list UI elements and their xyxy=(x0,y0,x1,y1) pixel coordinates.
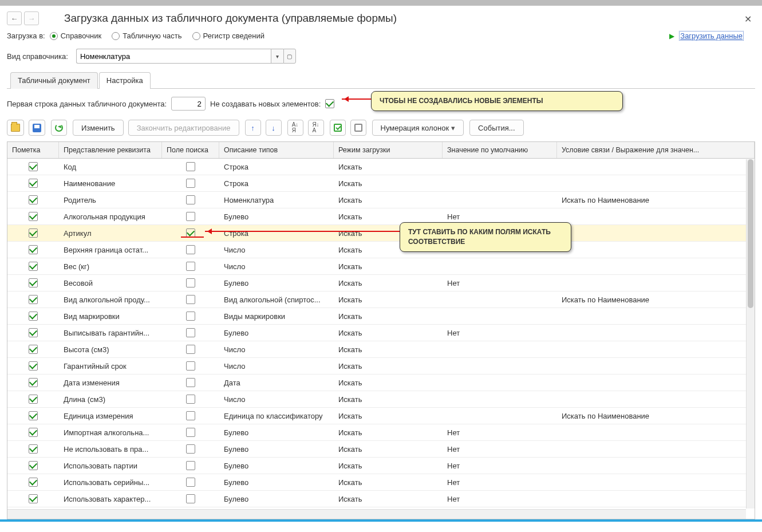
cell-mark[interactable] xyxy=(7,262,59,271)
cell-type[interactable]: Булево xyxy=(219,495,334,503)
checkbox-icon[interactable] xyxy=(186,262,195,271)
cell-mode[interactable]: Искать xyxy=(334,412,443,420)
table-row[interactable]: Использовать характер...БулевоИскатьНет xyxy=(7,491,755,507)
cell-name[interactable]: Вид алкогольной проду... xyxy=(59,295,162,304)
cell-mark[interactable] xyxy=(7,212,59,221)
cell-search[interactable] xyxy=(162,494,219,503)
cell-type[interactable]: Булево xyxy=(219,279,334,287)
cell-mode[interactable]: Искать xyxy=(334,312,443,321)
checkbox-icon[interactable] xyxy=(29,312,38,321)
cell-search[interactable] xyxy=(162,195,219,204)
cell-search[interactable] xyxy=(162,278,219,287)
checkbox-icon[interactable] xyxy=(29,378,38,387)
tab-document[interactable]: Табличный документ xyxy=(10,72,98,89)
th-name[interactable]: Представление реквизита xyxy=(59,142,162,158)
checkbox-icon[interactable] xyxy=(29,411,38,420)
table-row[interactable]: Использовать партииБулевоИскатьНет xyxy=(7,458,755,474)
cell-search[interactable] xyxy=(162,428,219,437)
cell-mode[interactable]: Искать xyxy=(334,462,443,470)
table-row[interactable]: Высота (см3)ЧислоИскать xyxy=(7,341,755,358)
checkbox-icon[interactable] xyxy=(29,262,38,271)
cell-name[interactable]: Длина (см3) xyxy=(59,395,162,404)
cell-name[interactable]: Код xyxy=(59,163,162,171)
cell-type[interactable]: Булево xyxy=(219,212,334,221)
radio-register[interactable]: Регистр сведений xyxy=(192,31,264,40)
table-row[interactable]: Гарантийный срокЧислоИскать xyxy=(7,358,755,375)
uncheck-all-button[interactable] xyxy=(350,120,366,136)
checkbox-icon[interactable] xyxy=(29,212,38,221)
scrollbar-thumb[interactable] xyxy=(748,159,753,308)
checkbox-icon[interactable] xyxy=(186,295,195,304)
table-row[interactable]: Единица измеренияЕдиница по классификато… xyxy=(7,408,755,424)
checkbox-icon[interactable] xyxy=(186,328,195,337)
radio-tabular[interactable]: Табличную часть xyxy=(112,31,181,40)
cell-name[interactable]: Импортная алкогольна... xyxy=(59,428,162,437)
cell-name[interactable]: Гарантийный срок xyxy=(59,362,162,371)
events-button[interactable]: События... xyxy=(469,120,524,136)
cell-mark[interactable] xyxy=(7,478,59,487)
cell-name[interactable]: Алкогольная продукция xyxy=(59,212,162,221)
checkbox-icon[interactable] xyxy=(29,295,38,304)
checkbox-icon[interactable] xyxy=(29,461,38,470)
cell-search[interactable] xyxy=(162,245,219,254)
checkbox-icon[interactable] xyxy=(186,212,195,221)
close-icon[interactable]: ✕ xyxy=(744,14,752,25)
checkbox-icon[interactable] xyxy=(186,312,195,321)
cell-search[interactable] xyxy=(162,295,219,304)
cell-type[interactable]: Булево xyxy=(219,329,334,337)
forward-button[interactable]: → xyxy=(24,11,39,25)
cell-mark[interactable] xyxy=(7,378,59,387)
cell-type[interactable]: Виды маркировки xyxy=(219,312,334,321)
checkbox-icon[interactable] xyxy=(186,345,195,354)
cell-name[interactable]: Весовой xyxy=(59,279,162,287)
cell-search[interactable] xyxy=(162,411,219,420)
cell-name[interactable]: Единица измерения xyxy=(59,412,162,420)
cell-name[interactable]: Высота (см3) xyxy=(59,345,162,354)
checkbox-icon[interactable] xyxy=(186,395,195,404)
cell-name[interactable]: Вид маркировки xyxy=(59,312,162,321)
cell-type[interactable]: Булево xyxy=(219,478,334,487)
cell-type[interactable]: Число xyxy=(219,362,334,371)
cell-default[interactable]: Нет xyxy=(443,428,557,437)
cell-mark[interactable] xyxy=(7,295,59,304)
checkbox-icon[interactable] xyxy=(186,444,195,454)
cell-mark[interactable] xyxy=(7,328,59,337)
checkbox-icon[interactable] xyxy=(186,428,195,437)
cell-name[interactable]: Использовать характер... xyxy=(59,495,162,503)
cell-mark[interactable] xyxy=(7,162,59,171)
cell-default[interactable]: Нет xyxy=(443,212,557,221)
checkbox-icon[interactable] xyxy=(29,361,38,371)
first-row-input[interactable] xyxy=(171,97,206,111)
checkbox-icon[interactable] xyxy=(29,162,38,171)
cell-default[interactable]: Нет xyxy=(443,478,557,487)
th-cond[interactable]: Условие связи / Выражение для значен... xyxy=(557,142,755,158)
cell-search[interactable] xyxy=(162,478,219,487)
load-data-action[interactable]: ▶ Загрузить данные xyxy=(669,31,744,41)
checkbox-icon[interactable] xyxy=(186,179,195,188)
cell-mark[interactable] xyxy=(7,428,59,437)
scrollbar-vertical[interactable] xyxy=(746,159,755,509)
cell-type[interactable]: Дата xyxy=(219,379,334,387)
table-row[interactable]: РодительНоменклатураИскатьИскать по Наим… xyxy=(7,192,755,208)
cell-mode[interactable]: Искать xyxy=(334,212,443,221)
checkbox-icon[interactable] xyxy=(29,228,38,238)
cell-mode[interactable]: Искать xyxy=(334,379,443,387)
checkbox-icon[interactable] xyxy=(186,162,195,171)
cell-mark[interactable] xyxy=(7,361,59,371)
th-default[interactable]: Значение по умолчанию xyxy=(443,142,557,158)
cell-mark[interactable] xyxy=(7,395,59,404)
cell-default[interactable]: Нет xyxy=(443,279,557,287)
cell-mark[interactable] xyxy=(7,278,59,287)
load-data-link[interactable]: Загрузить данные xyxy=(679,31,744,41)
checkbox-icon[interactable] xyxy=(186,245,195,254)
table-row[interactable]: Дата измененияДатаИскать xyxy=(7,375,755,391)
checkbox-icon[interactable] xyxy=(186,411,195,420)
cell-name[interactable]: Выписывать гарантийн... xyxy=(59,329,162,337)
sort-desc-button[interactable]: Я↓А xyxy=(308,120,324,136)
cell-mark[interactable] xyxy=(7,245,59,254)
cell-type[interactable]: Число xyxy=(219,395,334,404)
checkbox-icon[interactable] xyxy=(29,328,38,337)
cell-search[interactable] xyxy=(162,345,219,354)
scrollbar-horizontal[interactable] xyxy=(7,509,746,519)
checkbox-icon[interactable] xyxy=(29,428,38,437)
